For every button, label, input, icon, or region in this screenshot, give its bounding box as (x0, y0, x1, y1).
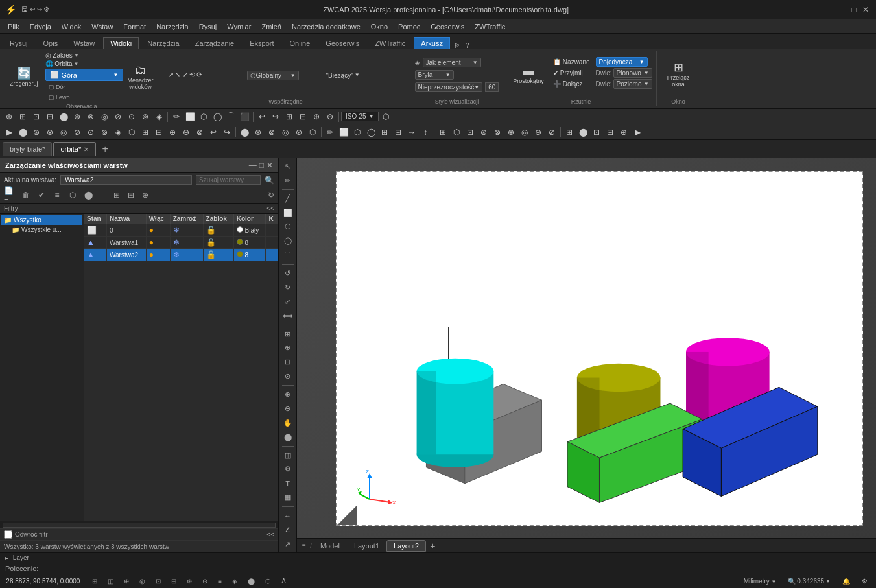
tb2-b8[interactable]: ⊚ (98, 126, 111, 139)
tb-snap5[interactable]: ⬤ (57, 110, 70, 123)
layer-0-zablok[interactable]: 🔓 (203, 224, 233, 237)
tb2-b32[interactable]: ⊞ (436, 126, 449, 139)
tab-opis[interactable]: Opis (36, 37, 65, 49)
ortho-btn[interactable]: ⊕ (119, 576, 134, 586)
tb2-b36[interactable]: ⊗ (491, 126, 504, 139)
layer-filter-btn[interactable]: ⊟ (124, 189, 137, 201)
tb2-b7[interactable]: ⊙ (84, 126, 97, 139)
tb2-b30[interactable]: ↔ (405, 126, 418, 139)
side-zoom-out-btn[interactable]: ⊖ (280, 402, 296, 416)
tb2-b19[interactable]: ⊛ (252, 126, 265, 139)
tb2-b15[interactable]: ⊗ (193, 126, 206, 139)
side-text-btn[interactable]: T (280, 476, 296, 490)
layer-panel-close[interactable]: ✕ (266, 161, 273, 170)
maximize-button[interactable]: □ (849, 5, 859, 15)
tb2-b29[interactable]: ⊟ (392, 126, 405, 139)
doc-tab-orbita[interactable]: orbita* ✕ (53, 142, 96, 156)
side-ortho-btn[interactable]: ⊟ (280, 355, 296, 369)
tb2-b9[interactable]: ◈ (112, 126, 124, 139)
side-polygon-btn[interactable]: ⬡ (280, 220, 296, 234)
side-snap-btn[interactable]: ⊕ (280, 342, 296, 355)
side-circle-btn[interactable]: ◯ (280, 234, 296, 248)
tb-mod5[interactable]: ⊕ (310, 110, 323, 123)
tb-snap10[interactable]: ⊙ (125, 110, 138, 123)
tb2-b42[interactable]: ⬤ (576, 126, 589, 139)
iso-dropdown[interactable]: ISO-25 ▼ (341, 112, 379, 121)
side-properties-btn[interactable]: ⚙ (280, 463, 296, 476)
tb2-b16[interactable]: ↩ (207, 126, 220, 139)
layer-0-wlac[interactable]: ● (146, 224, 170, 237)
menu-narzedzia[interactable]: Narzędzia (151, 21, 194, 32)
tb2-b17[interactable]: ↪ (220, 126, 233, 139)
tb2-b4[interactable]: ⊗ (43, 126, 56, 139)
layer-toolbar-btn6[interactable]: ⬤ (82, 189, 95, 201)
layer-filter-collapse-btn[interactable]: << (266, 205, 274, 212)
side-zoom-in-btn[interactable]: ⊕ (280, 388, 296, 401)
transparency-btn[interactable]: ◈ (228, 576, 242, 586)
tb-draw2[interactable]: ⬜ (183, 110, 196, 123)
tb2-b34[interactable]: ⊡ (464, 126, 477, 139)
layer-w2-wlac[interactable]: ● (146, 249, 170, 261)
tb-snap3[interactable]: ⊡ (30, 110, 43, 123)
views-dropdown[interactable]: ⬜ Góra ▼ (45, 69, 123, 81)
side-grid-btn[interactable]: ⊞ (280, 327, 296, 341)
bottom-tabs-menu[interactable]: ≡ (300, 542, 309, 549)
menu-edycja[interactable]: Edycja (25, 21, 56, 32)
layer-delete-btn[interactable]: 🗑 (19, 189, 32, 201)
layer-w2-kolor[interactable]: 8 (233, 249, 266, 261)
tb2-b6[interactable]: ⊘ (71, 126, 84, 139)
nieprzezroczystosc-dropdown[interactable]: Nieprzezroczystość ▼ (415, 82, 483, 92)
tree-item-wszystkie-u[interactable]: 📁 Wszystkie u... (1, 225, 82, 235)
side-arc-btn[interactable]: ⌒ (280, 248, 296, 262)
tb-snap7[interactable]: ⊗ (84, 110, 97, 123)
layer-w1-zablok[interactable]: 🔓 (203, 237, 233, 249)
przelacz-okna-button[interactable]: ⊞ Przełączokna (664, 57, 693, 93)
tb2-b31[interactable]: ↕ (419, 126, 432, 139)
coord-icon4[interactable]: ⟲ (189, 71, 195, 79)
menu-rysuj[interactable]: Rysuj (194, 21, 222, 32)
tb2-b45[interactable]: ⊕ (617, 126, 630, 139)
tb2-b44[interactable]: ⊟ (604, 126, 617, 139)
layer-search-input[interactable] (196, 175, 261, 185)
tab-online[interactable]: Online (283, 37, 318, 49)
tb2-b41[interactable]: ⊞ (563, 126, 576, 139)
layer-w2-zamroz[interactable]: ❄ (170, 249, 203, 261)
lineweight-btn[interactable]: ≡ (213, 576, 226, 586)
notifications-btn[interactable]: 🔔 (838, 576, 855, 586)
coord-icon1[interactable]: ↗ (168, 71, 174, 79)
command-input[interactable] (43, 565, 871, 572)
tb2-extra[interactable]: ▶ (631, 126, 644, 139)
orbita-arrow[interactable]: ▼ (74, 61, 79, 67)
coord-icon2[interactable]: ⤡ (175, 71, 181, 79)
coord-icon5[interactable]: ⟳ (196, 71, 202, 79)
tb-snap8[interactable]: ◎ (98, 110, 111, 123)
bryla-dropdown[interactable]: Bryła ▼ (415, 70, 454, 80)
minimize-button[interactable]: — (837, 5, 847, 15)
layer-row-warstwa2[interactable]: ▲ Warstwa2 ● ❄ 🔓 8 (84, 249, 278, 261)
menu-plik[interactable]: Plik (3, 21, 25, 32)
tb2-b14[interactable]: ⊖ (180, 126, 193, 139)
tab-rysuj[interactable]: Rysuj (3, 37, 35, 49)
tab-geoserwis[interactable]: Geoserwis (318, 37, 366, 49)
side-rect-btn[interactable]: ⬜ (280, 206, 296, 220)
iso-arrow[interactable]: ▼ (369, 113, 374, 119)
tb2-b2[interactable]: ⬤ (16, 126, 29, 139)
side-select-btn[interactable]: ↖ (280, 159, 296, 173)
layer-0-zamroz[interactable]: ❄ (170, 224, 203, 237)
tb2-b24[interactable]: ✏ (324, 126, 337, 139)
tab-eksport[interactable]: Eksport (243, 37, 281, 49)
tb2-b40[interactable]: ⊘ (545, 126, 558, 139)
side-3d-btn[interactable]: ⬤ (280, 430, 296, 444)
layout2-tab[interactable]: Layout2 (386, 540, 426, 552)
select-btn[interactable]: ⬡ (261, 576, 276, 586)
snap-grid-btn[interactable]: ⊞ (88, 576, 102, 586)
doc-tab-bryly[interactable]: bryly-biale* (3, 142, 52, 156)
doc-tab-orbita-close[interactable]: ✕ (84, 146, 89, 153)
tab-widoki[interactable]: Widoki (103, 37, 139, 49)
tb-mod4[interactable]: ⊟ (296, 110, 309, 123)
tab-arkusz[interactable]: Arkusz (414, 37, 450, 49)
tree-item-wszystko[interactable]: 📁 Wszystko (1, 215, 82, 225)
tb2-b23[interactable]: ⬡ (306, 126, 319, 139)
3dosnap-btn[interactable]: ⊛ (182, 576, 196, 586)
layer-refresh-btn[interactable]: ↻ (268, 191, 274, 200)
